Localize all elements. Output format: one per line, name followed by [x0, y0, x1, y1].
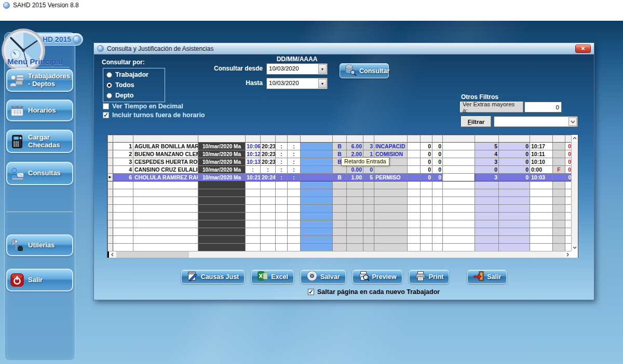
cell-tiempo[interactable]: 10:03	[530, 174, 553, 181]
cell-min-sal[interactable]	[421, 189, 432, 197]
scrollbar-thumb[interactable]	[116, 251, 189, 258]
cell-just-ent[interactable]: 0	[363, 166, 374, 174]
cell-just-sal[interactable]	[432, 220, 443, 228]
cell-sal[interactable]	[261, 236, 276, 244]
cell-falta[interactable]	[553, 220, 565, 228]
row-selector[interactable]	[108, 205, 113, 213]
cell-sin-horario[interactable]	[301, 197, 333, 205]
cell-tiempo[interactable]	[530, 220, 553, 228]
cell-num[interactable]	[113, 205, 133, 213]
cell-desc-sal[interactable]	[443, 197, 475, 205]
cell-min-ent[interactable]	[347, 197, 363, 205]
cell-r-sal[interactable]	[408, 244, 421, 251]
cell-extras[interactable]	[475, 189, 499, 197]
cell-just-sal[interactable]: 0	[432, 150, 443, 158]
cell-fecha[interactable]	[198, 220, 246, 228]
column-header[interactable]	[432, 135, 443, 143]
vertical-scrollbar[interactable]	[571, 135, 578, 251]
cell-r-ent[interactable]	[333, 181, 347, 189]
cell-ec[interactable]	[288, 189, 301, 197]
cell-sc[interactable]: :	[276, 143, 288, 150]
cell-extras-triple[interactable]	[499, 205, 530, 213]
cell-r-sal[interactable]	[408, 143, 421, 150]
cell-ec[interactable]: :	[288, 166, 301, 174]
cell-num[interactable]: 1	[113, 143, 133, 150]
sidebar-item-salir[interactable]: Salir	[6, 269, 73, 291]
cell-ec[interactable]	[288, 181, 301, 189]
cell-min-ent[interactable]: 6.00	[347, 143, 363, 150]
cell-r-ent[interactable]	[333, 205, 347, 213]
cell-ent[interactable]	[246, 205, 261, 213]
cell-sal[interactable]	[261, 228, 276, 236]
salir-dialog-button[interactable]: Salir	[467, 270, 507, 284]
cell-ent[interactable]: 10:06	[246, 143, 261, 150]
cell-ent[interactable]: 10:21	[246, 174, 261, 181]
cell-sc[interactable]	[276, 244, 288, 251]
table-row[interactable]	[108, 244, 573, 251]
cell-extras[interactable]	[475, 236, 499, 244]
checkbox-option[interactable]: Ver Tiempo en Decimal	[103, 102, 205, 110]
cell-just-sal[interactable]	[432, 205, 443, 213]
dialog-titlebar[interactable]: Consulta y Justificación de Asistencias …	[94, 43, 594, 54]
cell-ent[interactable]	[246, 189, 261, 197]
cell-fecha[interactable]	[198, 189, 246, 197]
cell-falta[interactable]	[553, 181, 565, 189]
cell-desc-sal[interactable]	[443, 189, 475, 197]
cell-extras[interactable]	[475, 244, 499, 251]
cell-nombre[interactable]	[133, 236, 198, 244]
cell-nombre[interactable]: CESPEDES HUERTA ROBE	[133, 158, 198, 166]
cell-fecha[interactable]: 10/mar/2020 Ma	[198, 150, 246, 158]
cell-sc[interactable]	[276, 189, 288, 197]
cell-min-sal[interactable]: 0	[421, 143, 432, 150]
column-header[interactable]	[198, 135, 246, 143]
column-header[interactable]	[475, 135, 499, 143]
cell-sc[interactable]	[276, 181, 288, 189]
cell-fecha[interactable]: 10/mar/2020 Ma	[198, 158, 246, 166]
cell-ent[interactable]: 10:12	[246, 150, 261, 158]
cell-desc-sal[interactable]	[443, 220, 475, 228]
cell-just-ent[interactable]: 3	[363, 143, 374, 150]
cell-tiempo[interactable]	[530, 197, 553, 205]
cell-desc-sal[interactable]	[443, 166, 475, 174]
cell-sal[interactable]: 20:23	[261, 158, 276, 166]
row-selector[interactable]	[108, 166, 113, 174]
column-header[interactable]	[408, 135, 421, 143]
cell-desc-sal[interactable]	[443, 150, 475, 158]
cell-tiempo[interactable]	[530, 189, 553, 197]
cell-just-sal[interactable]: 0	[432, 143, 443, 150]
cell-min-ent[interactable]	[347, 181, 363, 189]
cell-falta[interactable]: F	[553, 166, 565, 174]
cell-ent[interactable]	[246, 220, 261, 228]
cell-ec[interactable]	[288, 228, 301, 236]
cell-sal[interactable]	[261, 181, 276, 189]
cell-extras-triple[interactable]: 0	[499, 174, 530, 181]
cell-just-ent[interactable]	[363, 244, 374, 251]
cell-falta[interactable]	[553, 197, 565, 205]
cell-sc[interactable]: :	[276, 158, 288, 166]
cell-extras-triple[interactable]: 0	[499, 143, 530, 150]
cell-just-ent[interactable]	[363, 197, 374, 205]
column-header[interactable]	[301, 135, 333, 143]
table-row[interactable]	[108, 181, 573, 189]
preview-button[interactable]: Preview	[353, 270, 402, 284]
cell-desc-sal[interactable]	[443, 205, 475, 213]
cell-extras[interactable]	[475, 220, 499, 228]
cell-extras[interactable]	[475, 213, 499, 220]
cell-min-sal[interactable]: 0	[421, 158, 432, 166]
cell-falta[interactable]	[553, 236, 565, 244]
cell-tiempo[interactable]: 10:11	[530, 150, 553, 158]
cell-extras-triple[interactable]	[499, 213, 530, 220]
cell-ec[interactable]	[288, 213, 301, 220]
cell-extras[interactable]: 3	[475, 158, 499, 166]
cell-num[interactable]	[113, 181, 133, 189]
cell-sal[interactable]: 20:23	[261, 143, 276, 150]
cell-falta[interactable]	[553, 158, 565, 166]
cell-ec[interactable]: :	[288, 150, 301, 158]
column-header[interactable]	[499, 135, 530, 143]
row-selector[interactable]	[108, 197, 113, 205]
cell-fecha[interactable]	[198, 181, 246, 189]
row-selector[interactable]	[108, 181, 113, 189]
cell-sc[interactable]: :	[276, 174, 288, 181]
cell-sal[interactable]: 20:23	[261, 150, 276, 158]
sidebar-item-cargar-checadas[interactable]: Cargar Checadas	[6, 130, 73, 153]
